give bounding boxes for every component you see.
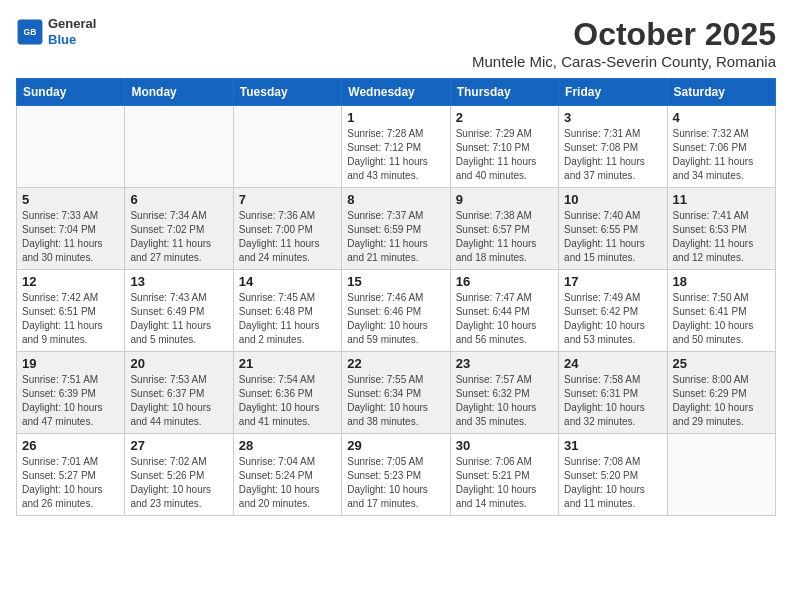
calendar-empty-cell [233,106,341,188]
day-info: Sunrise: 7:06 AM Sunset: 5:21 PM Dayligh… [456,455,553,511]
day-number: 14 [239,274,336,289]
day-number: 4 [673,110,770,125]
calendar-day-cell: 21Sunrise: 7:54 AM Sunset: 6:36 PM Dayli… [233,352,341,434]
day-number: 5 [22,192,119,207]
day-number: 6 [130,192,227,207]
weekday-header: Friday [559,79,667,106]
day-info: Sunrise: 7:57 AM Sunset: 6:32 PM Dayligh… [456,373,553,429]
day-number: 3 [564,110,661,125]
calendar-day-cell: 22Sunrise: 7:55 AM Sunset: 6:34 PM Dayli… [342,352,450,434]
svg-text:GB: GB [24,27,37,37]
calendar-empty-cell [17,106,125,188]
logo: GB General Blue [16,16,96,47]
day-number: 30 [456,438,553,453]
calendar-day-cell: 25Sunrise: 8:00 AM Sunset: 6:29 PM Dayli… [667,352,775,434]
day-number: 1 [347,110,444,125]
location: Muntele Mic, Caras-Severin County, Roman… [472,53,776,70]
page-header: GB General Blue October 2025 Muntele Mic… [16,16,776,70]
weekday-header: Tuesday [233,79,341,106]
day-info: Sunrise: 7:05 AM Sunset: 5:23 PM Dayligh… [347,455,444,511]
day-number: 18 [673,274,770,289]
day-number: 12 [22,274,119,289]
day-info: Sunrise: 7:54 AM Sunset: 6:36 PM Dayligh… [239,373,336,429]
day-number: 31 [564,438,661,453]
calendar-day-cell: 17Sunrise: 7:49 AM Sunset: 6:42 PM Dayli… [559,270,667,352]
day-number: 17 [564,274,661,289]
day-number: 11 [673,192,770,207]
day-info: Sunrise: 7:08 AM Sunset: 5:20 PM Dayligh… [564,455,661,511]
calendar-day-cell: 8Sunrise: 7:37 AM Sunset: 6:59 PM Daylig… [342,188,450,270]
calendar-day-cell: 29Sunrise: 7:05 AM Sunset: 5:23 PM Dayli… [342,434,450,516]
day-info: Sunrise: 7:31 AM Sunset: 7:08 PM Dayligh… [564,127,661,183]
day-number: 9 [456,192,553,207]
day-info: Sunrise: 7:36 AM Sunset: 7:00 PM Dayligh… [239,209,336,265]
month-title: October 2025 [472,16,776,53]
logo-text: General Blue [48,16,96,47]
day-info: Sunrise: 8:00 AM Sunset: 6:29 PM Dayligh… [673,373,770,429]
calendar-day-cell: 30Sunrise: 7:06 AM Sunset: 5:21 PM Dayli… [450,434,558,516]
calendar-day-cell: 5Sunrise: 7:33 AM Sunset: 7:04 PM Daylig… [17,188,125,270]
calendar-day-cell: 3Sunrise: 7:31 AM Sunset: 7:08 PM Daylig… [559,106,667,188]
day-info: Sunrise: 7:49 AM Sunset: 6:42 PM Dayligh… [564,291,661,347]
logo-general: General [48,16,96,32]
day-number: 23 [456,356,553,371]
calendar-day-cell: 26Sunrise: 7:01 AM Sunset: 5:27 PM Dayli… [17,434,125,516]
day-number: 29 [347,438,444,453]
day-number: 13 [130,274,227,289]
calendar-day-cell: 15Sunrise: 7:46 AM Sunset: 6:46 PM Dayli… [342,270,450,352]
calendar-day-cell: 16Sunrise: 7:47 AM Sunset: 6:44 PM Dayli… [450,270,558,352]
day-number: 10 [564,192,661,207]
calendar-day-cell: 27Sunrise: 7:02 AM Sunset: 5:26 PM Dayli… [125,434,233,516]
day-number: 26 [22,438,119,453]
calendar-table: SundayMondayTuesdayWednesdayThursdayFrid… [16,78,776,516]
calendar-day-cell: 20Sunrise: 7:53 AM Sunset: 6:37 PM Dayli… [125,352,233,434]
weekday-header: Wednesday [342,79,450,106]
day-number: 8 [347,192,444,207]
calendar-week-row: 1Sunrise: 7:28 AM Sunset: 7:12 PM Daylig… [17,106,776,188]
day-number: 24 [564,356,661,371]
day-info: Sunrise: 7:58 AM Sunset: 6:31 PM Dayligh… [564,373,661,429]
calendar-week-row: 12Sunrise: 7:42 AM Sunset: 6:51 PM Dayli… [17,270,776,352]
day-info: Sunrise: 7:53 AM Sunset: 6:37 PM Dayligh… [130,373,227,429]
day-number: 19 [22,356,119,371]
title-section: October 2025 Muntele Mic, Caras-Severin … [472,16,776,70]
calendar-day-cell: 2Sunrise: 7:29 AM Sunset: 7:10 PM Daylig… [450,106,558,188]
calendar-day-cell: 19Sunrise: 7:51 AM Sunset: 6:39 PM Dayli… [17,352,125,434]
weekday-header: Monday [125,79,233,106]
day-info: Sunrise: 7:37 AM Sunset: 6:59 PM Dayligh… [347,209,444,265]
calendar-week-row: 26Sunrise: 7:01 AM Sunset: 5:27 PM Dayli… [17,434,776,516]
calendar-day-cell: 13Sunrise: 7:43 AM Sunset: 6:49 PM Dayli… [125,270,233,352]
day-info: Sunrise: 7:02 AM Sunset: 5:26 PM Dayligh… [130,455,227,511]
day-number: 25 [673,356,770,371]
calendar-day-cell: 4Sunrise: 7:32 AM Sunset: 7:06 PM Daylig… [667,106,775,188]
day-info: Sunrise: 7:43 AM Sunset: 6:49 PM Dayligh… [130,291,227,347]
day-number: 2 [456,110,553,125]
day-number: 16 [456,274,553,289]
day-info: Sunrise: 7:29 AM Sunset: 7:10 PM Dayligh… [456,127,553,183]
day-info: Sunrise: 7:28 AM Sunset: 7:12 PM Dayligh… [347,127,444,183]
calendar-day-cell: 1Sunrise: 7:28 AM Sunset: 7:12 PM Daylig… [342,106,450,188]
calendar-day-cell: 31Sunrise: 7:08 AM Sunset: 5:20 PM Dayli… [559,434,667,516]
calendar-empty-cell [667,434,775,516]
calendar-day-cell: 24Sunrise: 7:58 AM Sunset: 6:31 PM Dayli… [559,352,667,434]
calendar-day-cell: 10Sunrise: 7:40 AM Sunset: 6:55 PM Dayli… [559,188,667,270]
calendar-day-cell: 9Sunrise: 7:38 AM Sunset: 6:57 PM Daylig… [450,188,558,270]
calendar-header-row: SundayMondayTuesdayWednesdayThursdayFrid… [17,79,776,106]
weekday-header: Sunday [17,79,125,106]
day-info: Sunrise: 7:50 AM Sunset: 6:41 PM Dayligh… [673,291,770,347]
day-info: Sunrise: 7:40 AM Sunset: 6:55 PM Dayligh… [564,209,661,265]
day-number: 7 [239,192,336,207]
calendar-day-cell: 18Sunrise: 7:50 AM Sunset: 6:41 PM Dayli… [667,270,775,352]
calendar-day-cell: 6Sunrise: 7:34 AM Sunset: 7:02 PM Daylig… [125,188,233,270]
day-info: Sunrise: 7:38 AM Sunset: 6:57 PM Dayligh… [456,209,553,265]
day-info: Sunrise: 7:46 AM Sunset: 6:46 PM Dayligh… [347,291,444,347]
day-info: Sunrise: 7:33 AM Sunset: 7:04 PM Dayligh… [22,209,119,265]
day-info: Sunrise: 7:01 AM Sunset: 5:27 PM Dayligh… [22,455,119,511]
day-number: 21 [239,356,336,371]
weekday-header: Thursday [450,79,558,106]
logo-icon: GB [16,18,44,46]
day-info: Sunrise: 7:42 AM Sunset: 6:51 PM Dayligh… [22,291,119,347]
day-number: 27 [130,438,227,453]
day-info: Sunrise: 7:45 AM Sunset: 6:48 PM Dayligh… [239,291,336,347]
weekday-header: Saturday [667,79,775,106]
